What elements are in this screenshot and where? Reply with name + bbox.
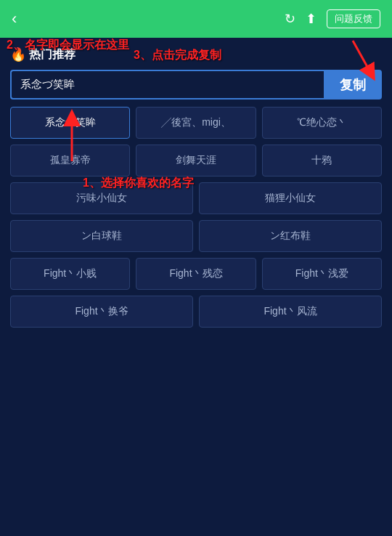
header-right: ↻ ⬆ 问题反馈 [285,9,380,28]
name-button-4[interactable]: 剑舞天涯 [136,145,256,176]
name-button-11[interactable]: Fight丶残恋 [136,258,256,290]
names-grid-row2: 孤皇寡帝 剑舞天涯 十鸦 [10,145,382,176]
refresh-icon[interactable]: ↻ [285,11,295,27]
input-row: 复制 [10,70,382,100]
name-button-12[interactable]: Fight丶浅爱 [262,258,382,290]
name-button-13[interactable]: Fight丶换爷 [10,296,193,328]
main-content: 🔥 热门推荐 3、点击完成复制 2、名字即会显示在这里 复制 系念づ笑眸 ╱後宮… [0,38,392,336]
share-icon[interactable]: ⬆ [306,11,317,27]
name-button-14[interactable]: Fight丶风流 [199,296,382,328]
copy-button[interactable]: 复制 [324,70,382,100]
name-button-1[interactable]: ╱後宮、migi、 [136,107,256,139]
name-button-2[interactable]: ℃绝心恋丶 [262,107,382,139]
back-icon[interactable]: ‹ [12,9,17,28]
name-button-3[interactable]: 孤皇寡帝 [10,145,130,176]
name-button-10[interactable]: Fight丶小贱 [10,258,130,290]
name-button-5[interactable]: 十鸦 [262,145,382,176]
header-left: ‹ [12,9,17,28]
names-section: 系念づ笑眸 ╱後宮、migi、 ℃绝心恋丶 孤皇寡帝 剑舞天涯 十鸦 1、选择你… [10,107,382,328]
names-grid-row3: 污味小仙女 猫狸小仙女 [10,182,382,214]
feedback-button[interactable]: 问题反馈 [327,9,380,28]
names-grid-row1: 系念づ笑眸 ╱後宮、migi、 ℃绝心恋丶 [10,107,382,139]
name-button-9[interactable]: ン红布鞋 [199,220,382,252]
instruction-step3: 3、点击完成复制 [134,48,221,63]
names-grid-row4: ン白球鞋 ン红布鞋 [10,220,382,252]
instruction-step2: 2、名字即会显示在这里 [7,38,129,53]
names-grid-row5: Fight丶小贱 Fight丶残恋 Fight丶浅爱 [10,258,382,290]
name-button-0[interactable]: 系念づ笑眸 [10,107,130,139]
name-input[interactable] [10,70,324,100]
header: ‹ ↻ ⬆ 问题反馈 [0,0,392,38]
name-button-7[interactable]: 猫狸小仙女 [199,182,382,214]
instruction-step1: 1、选择你喜欢的名字 [83,176,194,191]
name-button-8[interactable]: ン白球鞋 [10,220,193,252]
names-grid-row6: Fight丶换爷 Fight丶风流 [10,296,382,328]
